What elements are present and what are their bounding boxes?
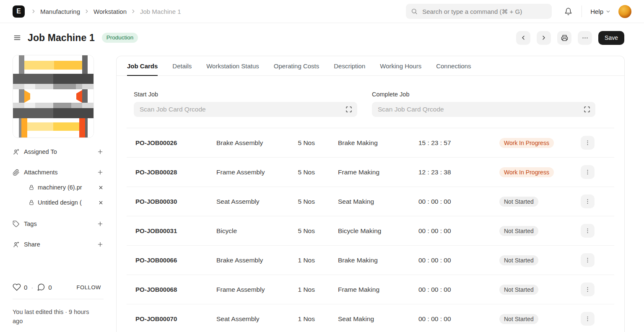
last-edited-text[interactable]: You last edited this · 9 hours ago [13,307,99,326]
job-qty: 1 Nos [290,257,315,264]
printer-icon [561,34,568,42]
attachments-section: Attachments [13,166,104,179]
job-qty: 1 Nos [290,315,315,323]
job-card-table: PO-JOB00026 Brake Assembly 5 Nos Brake M… [127,128,614,332]
breadcrumb-workstation[interactable]: Workstation [93,8,127,15]
row-menu-button[interactable] [581,312,595,326]
tab-workstation-status[interactable]: Workstation Status [206,56,259,75]
like-button[interactable] [13,283,21,291]
heart-icon [13,283,21,291]
search-input[interactable] [421,8,547,16]
page-title: Job Machine 1 [28,32,95,44]
save-button[interactable]: Save [598,31,624,45]
navbar-right: Help [406,4,631,19]
add-tag-button[interactable] [97,220,104,227]
notifications-button[interactable] [564,8,572,16]
help-menu[interactable]: Help [590,8,611,15]
job-card-id[interactable]: PO-JOB00030 [135,198,216,205]
job-card-id[interactable]: PO-JOB00026 [135,139,216,146]
badge-wrap: Not Started [499,197,581,207]
page-header: Job Machine 1 Production Save [0,23,644,52]
job-card-row[interactable]: PO-JOB00068 Frame Assembly 1 Nos Frame M… [127,275,614,304]
job-card-row[interactable]: PO-JOB00028 Frame Assembly 5 Nos Frame M… [127,158,614,187]
app-logo[interactable]: E [13,5,25,18]
print-button[interactable] [557,31,571,45]
bell-icon [564,8,572,16]
add-assignment-button[interactable] [97,148,104,155]
job-card-row[interactable]: PO-JOB00031 Bicycle 5 Nos Bicycle Making… [127,216,614,246]
job-qty: 5 Nos [290,198,315,205]
add-attachment-button[interactable] [97,169,104,176]
sidebar-toggle-button[interactable] [13,34,21,42]
row-menu-button[interactable] [581,224,595,238]
tab-description[interactable]: Description [334,56,365,75]
help-label: Help [590,8,603,15]
job-status-badge: Work In Progress [499,167,554,177]
job-elapsed-time: 12 : 23 : 38 [418,169,499,176]
job-status-badge: Work In Progress [499,138,554,148]
row-menu-button[interactable] [581,136,595,150]
job-elapsed-time: 15 : 23 : 57 [418,139,499,147]
job-card-row[interactable]: PO-JOB00066 Brake Assembly 1 Nos Brake M… [127,246,614,275]
job-elapsed-time: 00 : 00 : 00 [418,286,499,293]
search-icon [411,8,418,15]
chevron-down-icon [605,9,611,14]
attachment-file-link[interactable]: machinery (6).pr [38,184,82,191]
job-card-row[interactable]: PO-JOB00070 Seat Assembly 1 Nos Seat Mak… [127,304,614,332]
next-record-button[interactable] [537,31,551,45]
add-share-button[interactable] [97,241,104,248]
tab-operating-costs[interactable]: Operating Costs [274,56,319,75]
chevron-right-icon [130,8,136,14]
dot-separator: · [31,284,33,291]
job-status-badge: Not Started [499,314,538,324]
row-menu-button[interactable] [581,195,595,208]
start-job-scan-input[interactable] [139,105,345,114]
plus-icon [97,169,104,176]
remove-attachment-button[interactable] [98,185,104,190]
tab-working-hours[interactable]: Working Hours [380,56,421,75]
job-elapsed-time: 00 : 00 : 00 [418,257,499,264]
badge-wrap: Work In Progress [499,167,581,177]
comment-count: 0 [48,284,52,291]
tab-job-cards[interactable]: Job Cards [127,56,158,75]
comments-button[interactable] [37,283,45,291]
row-menu-button[interactable] [581,165,595,179]
start-job-field: Start Job [134,91,357,117]
breadcrumb-manufacturing[interactable]: Manufacturing [40,8,80,15]
chevron-right-icon [31,8,36,14]
badge-wrap: Not Started [499,255,581,265]
workstation-image[interactable] [13,55,94,138]
tab-connections[interactable]: Connections [436,56,471,75]
job-card-id[interactable]: PO-JOB00031 [135,227,216,234]
row-menu-button[interactable] [581,283,595,296]
row-menu-button[interactable] [581,253,595,267]
tags-label: Tags [24,220,37,227]
job-operation: Seat Making [315,198,418,205]
close-icon [98,185,104,190]
user-avatar[interactable] [618,5,631,18]
attachment-file-link[interactable]: Untitled design ( [38,199,82,206]
tab-details[interactable]: Details [172,56,192,75]
job-card-id[interactable]: PO-JOB00066 [135,257,216,264]
scan-camera-button[interactable] [345,106,352,113]
remove-attachment-button[interactable] [98,200,104,205]
job-card-row[interactable]: PO-JOB00030 Seat Assembly 5 Nos Seat Mak… [127,187,614,216]
follow-button[interactable]: FOLLOW [74,284,104,291]
job-operation: Seat Making [315,315,418,323]
user-plus-icon [13,148,20,156]
scan-frame-icon [584,106,590,113]
job-card-id[interactable]: PO-JOB00028 [135,169,216,176]
scan-camera-button[interactable] [584,106,590,113]
global-search[interactable] [406,4,552,19]
header-actions: Save [516,31,624,45]
job-card-row[interactable]: PO-JOB00026 Brake Assembly 5 Nos Brake M… [127,128,614,158]
badge-wrap: Work In Progress [499,138,581,148]
chevron-left-icon [520,34,527,41]
prev-record-button[interactable] [516,31,530,45]
job-card-id[interactable]: PO-JOB00070 [135,315,216,322]
kebab-icon [584,140,591,146]
share-section: Share [13,238,104,251]
complete-job-scan-input[interactable] [377,105,584,114]
job-card-id[interactable]: PO-JOB00068 [135,286,216,293]
more-actions-button[interactable] [578,31,592,45]
